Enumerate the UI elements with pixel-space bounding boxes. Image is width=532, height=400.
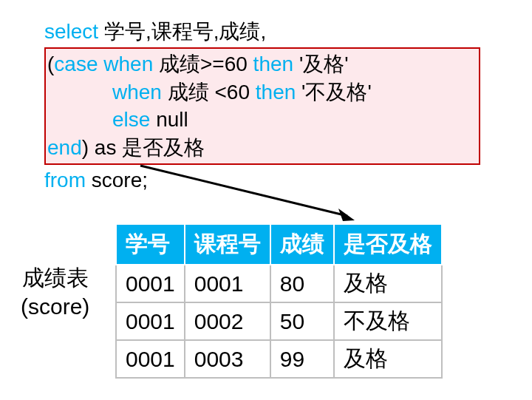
keyword-from: from: [44, 169, 86, 191]
keyword-when-1: when: [98, 52, 153, 75]
keyword-else: else: [112, 108, 150, 131]
table-row: 0001 0001 80 及格: [116, 265, 442, 302]
rparen-as: ) as: [82, 136, 122, 159]
sql-line-select: select 学号,课程号,成绩,: [44, 18, 480, 46]
cell-course-id: 0001: [185, 265, 270, 302]
cell-student-id: 0001: [116, 265, 185, 302]
alias-name: 是否及格: [122, 136, 205, 159]
lparen: (: [47, 52, 54, 75]
col-header-student-id: 学号: [116, 224, 185, 265]
cell-score: 80: [270, 265, 334, 302]
col-header-score: 成绩: [270, 224, 334, 265]
table-caption: 成绩表 (score): [21, 263, 89, 321]
arrow-icon: [133, 161, 369, 228]
value-1: '及格': [293, 52, 348, 75]
cell-course-id: 0003: [185, 340, 270, 378]
sql-line-when2: when 成绩 <60 then '不及格': [47, 78, 474, 106]
score-table-wrap: 学号 课程号 成绩 是否及格 0001 0001 80 及格 0001 0002…: [115, 223, 443, 379]
keyword-then-1: then: [253, 52, 294, 75]
sql-line-else: else null: [47, 106, 474, 134]
condition-2: 成绩 <60: [162, 81, 256, 104]
else-value: null: [150, 108, 188, 131]
keyword-then-2: then: [256, 81, 296, 104]
svg-line-0: [140, 166, 347, 216]
cell-pass: 不及格: [334, 302, 442, 340]
condition-1: 成绩>=60: [153, 52, 253, 75]
col-header-pass: 是否及格: [334, 224, 442, 265]
svg-marker-1: [338, 209, 355, 221]
sql-line-end: end) as 是否及格: [47, 134, 474, 162]
cell-course-id: 0002: [185, 302, 270, 340]
select-columns: 学号,课程号,成绩,: [98, 20, 266, 43]
table-caption-cn: 成绩表: [21, 263, 89, 292]
case-expression-box: (case when 成绩>=60 then '及格' when 成绩 <60 …: [44, 47, 480, 165]
keyword-case: case: [54, 52, 98, 75]
keyword-when-2: when: [112, 81, 162, 104]
col-header-course-id: 课程号: [185, 224, 270, 265]
cell-student-id: 0001: [116, 340, 185, 378]
table-header-row: 学号 课程号 成绩 是否及格: [116, 224, 442, 265]
cell-score: 50: [270, 302, 334, 340]
cell-score: 99: [270, 340, 334, 378]
cell-pass: 及格: [334, 340, 442, 378]
value-2: '不及格': [296, 81, 371, 104]
cell-pass: 及格: [334, 265, 442, 302]
keyword-end: end: [47, 136, 82, 159]
table-row: 0001 0002 50 不及格: [116, 302, 442, 340]
table-row: 0001 0003 99 及格: [116, 340, 442, 378]
table-caption-en: (score): [21, 292, 89, 321]
keyword-select: select: [44, 20, 98, 43]
score-table: 学号 课程号 成绩 是否及格 0001 0001 80 及格 0001 0002…: [115, 223, 443, 379]
sql-line-case: (case when 成绩>=60 then '及格': [47, 50, 474, 78]
cell-student-id: 0001: [116, 302, 185, 340]
